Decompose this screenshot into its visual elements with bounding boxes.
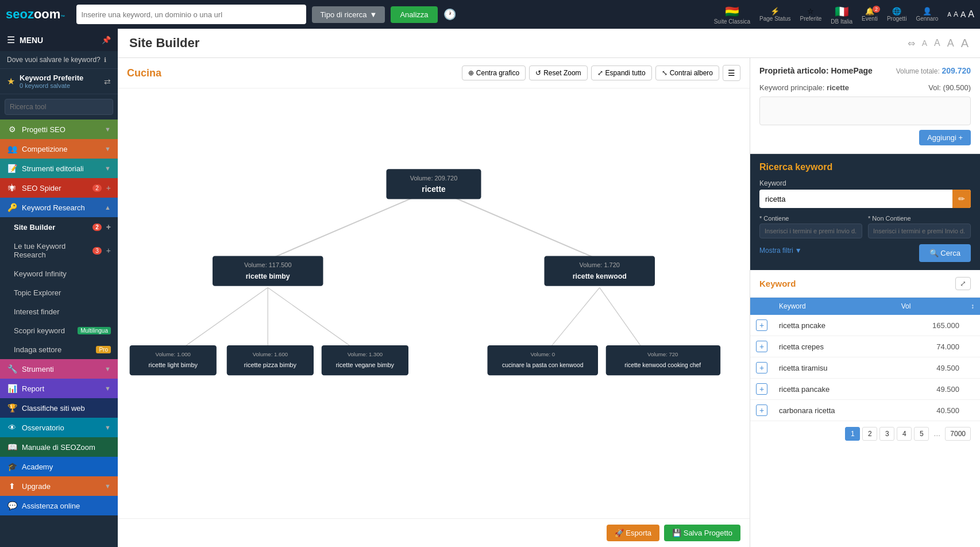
font-size-small[interactable]: A (947, 11, 951, 18)
eventi-icon[interactable]: 🔔 2 Eventi (862, 7, 878, 22)
contrai-albero-button[interactable]: ⤡ Contrai albero (655, 66, 719, 80)
page-2-button[interactable]: 2 (862, 427, 877, 441)
keyword-preferite-section[interactable]: ★ Keyword Preferite 0 keyword salvate ⇄ (0, 69, 118, 94)
salva-progetto-button[interactable]: 💾 Salva Progetto (664, 525, 740, 541)
add-keyword-button[interactable]: + (756, 319, 767, 331)
sidebar-item-progetti-seo[interactable]: ⚙ Progetti SEO ▼ (0, 120, 118, 139)
sidebar-item-manuale[interactable]: 📖 Manuale di SEOZoom (0, 437, 118, 457)
pro-badge: Pro (96, 346, 111, 353)
svg-text:ricette kenwood: ricette kenwood (573, 272, 627, 280)
hamburger-icon[interactable]: ☰ (7, 34, 15, 45)
cerca-button[interactable]: 🔍 Cerca (919, 244, 971, 262)
sidebar-item-label: Keyword Infinity (14, 269, 111, 278)
sidebar-item-classifiche[interactable]: 🏆 Classifiche siti web (0, 398, 118, 418)
sidebar-item-academy[interactable]: 🎓 Academy (0, 457, 118, 476)
sidebar-item-label: Progetti SEO (22, 125, 100, 134)
sidebar-item-competizione[interactable]: 👥 Competizione ▼ (0, 139, 118, 159)
search-tool[interactable] (5, 99, 113, 115)
sidebar-item-label: Osservatorio (22, 423, 100, 432)
chevron-down-icon: ▼ (105, 385, 111, 392)
sidebar-item-site-builder[interactable]: Site Builder 2 + (0, 217, 118, 237)
espandi-tutto-button[interactable]: ⤢ Espandi tutto (591, 66, 652, 80)
sidebar-item-strumenti[interactable]: 🔧 Strumenti ▼ (0, 359, 118, 379)
sidebar-item-interest-finder[interactable]: Interest finder (0, 302, 118, 321)
font-size-large[interactable]: A (960, 10, 966, 19)
analizza-button[interactable]: Analizza (391, 6, 437, 23)
contiene-input[interactable] (759, 224, 862, 238)
user-icon[interactable]: 👤 Gennaro (916, 7, 938, 22)
graph-canvas[interactable]: Volume: 209.720 ricette Volume: 117.500 … (118, 88, 750, 518)
page-status-icon[interactable]: ⚡ Page Status (759, 7, 790, 22)
page-4-button[interactable]: 4 (897, 427, 912, 441)
resize-icon[interactable]: ⇔ (908, 38, 915, 49)
le-tue-kw-badge: 3 (92, 247, 102, 255)
font-size-medium[interactable]: A (954, 10, 958, 18)
svg-rect-10 (213, 256, 323, 286)
sidebar-item-osservatorio[interactable]: 👁 Osservatorio ▼ (0, 418, 118, 437)
table-row: + carbonara ricetta 40.500 (750, 400, 980, 421)
page-3-button[interactable]: 3 (879, 427, 894, 441)
sidebar-item-strumenti-editoriali[interactable]: 📝 Strumenti editoriali ▼ (0, 159, 118, 178)
non-contiene-input[interactable] (868, 224, 971, 238)
preferite-icon[interactable]: ☆ Preferite (800, 7, 822, 22)
font-a3-icon[interactable]: A (947, 37, 954, 49)
col-sort-header[interactable]: ↕ (965, 298, 980, 315)
search-input[interactable] (81, 10, 302, 19)
svg-text:ricette bimby: ricette bimby (246, 272, 290, 280)
centra-grafico-label: Centra grafico (476, 69, 519, 77)
add-keyword-button[interactable]: + (756, 362, 767, 373)
sidebar-item-keyword-infinity[interactable]: Keyword Infinity (0, 264, 118, 283)
sidebar-item-le-tue-keyword[interactable]: Le tue Keyword Research 3 + (0, 237, 118, 264)
ricerca-keyword-input[interactable] (759, 191, 952, 207)
page-1-button[interactable]: 1 (845, 427, 860, 441)
add-keyword-button[interactable]: + (756, 405, 767, 416)
logo[interactable]: seozoom™ (6, 7, 65, 22)
db-italia-icon[interactable]: 🇮🇹 DB Italia (831, 5, 852, 25)
font-a-icon[interactable]: A (922, 38, 927, 48)
vol-cell: 165.000 (896, 315, 965, 336)
info-icon[interactable]: ℹ (104, 56, 106, 64)
font-size-xlarge[interactable]: A (968, 9, 974, 20)
page-last-button[interactable]: 7000 (945, 427, 971, 441)
add-keyword-button[interactable]: + (756, 341, 767, 352)
plus-icon[interactable]: + (106, 222, 111, 232)
sidebar: ☰ MENU 📌 Dove vuoi salvare le keyword? ℹ… (0, 29, 118, 547)
search-tool-input[interactable] (10, 103, 108, 111)
logo-seo: seo (6, 7, 28, 21)
history-icon[interactable]: 🕐 (443, 8, 456, 21)
tipo-ricerca-button[interactable]: Tipo di ricerca ▼ (312, 6, 385, 23)
kw-expand-button[interactable]: ⤢ (955, 277, 971, 290)
page-5-button[interactable]: 5 (914, 427, 929, 441)
swap-icon[interactable]: ⇄ (104, 77, 111, 86)
sidebar-item-keyword-research[interactable]: 🔑 Keyword Research ▲ (0, 198, 118, 217)
chevron-down-icon: ▼ (105, 483, 111, 490)
content-header: Site Builder ⇔ A A A A (118, 29, 980, 58)
edit-keyword-button[interactable]: ✏ (952, 190, 971, 208)
graph-menu-button[interactable]: ☰ (723, 65, 740, 81)
mostra-filtri-button[interactable]: Mostra filtri ▼ (759, 246, 802, 255)
sidebar-item-seo-spider[interactable]: 🕷 SEO Spider 2 + (0, 178, 118, 198)
kw-cell: ricetta pancake (773, 379, 896, 400)
sidebar-item-report[interactable]: 📊 Report ▼ (0, 379, 118, 398)
suite-classica-icon[interactable]: 🇧🇴 Suite Classica (714, 5, 750, 25)
pin-icon[interactable]: 📌 (102, 36, 111, 44)
chevron-down-icon: ▼ (105, 145, 111, 152)
aggiungi-button[interactable]: Aggiungi + (919, 130, 971, 145)
search-bar[interactable] (76, 5, 306, 24)
sidebar-item-scopri-keyword[interactable]: Scopri keyword Multilingua (0, 321, 118, 340)
svg-line-6 (600, 288, 647, 355)
progetti-icon[interactable]: 🌐 Progetti (887, 7, 906, 22)
sidebar-item-assistenza[interactable]: 💬 Assistenza online (0, 496, 118, 515)
font-a2-icon[interactable]: A (934, 38, 940, 48)
font-a4-icon[interactable]: A (961, 37, 969, 50)
svg-text:ricette pizza bimby: ricette pizza bimby (244, 361, 297, 368)
esporta-button[interactable]: 🚀 Esporta (607, 525, 659, 541)
sidebar-item-upgrade[interactable]: ⬆ Upgrade ▼ (0, 476, 118, 496)
add-keyword-button[interactable]: + (756, 383, 767, 395)
plus-icon[interactable]: + (106, 246, 111, 255)
sidebar-item-topic-explorer[interactable]: Topic Explorer (0, 283, 118, 302)
sidebar-item-indaga-settore[interactable]: Indaga settore Pro (0, 340, 118, 359)
plus-icon[interactable]: + (106, 183, 111, 192)
centra-grafico-button[interactable]: ⊕ Centra grafico (462, 66, 526, 80)
reset-zoom-button[interactable]: ↺ Reset Zoom (529, 66, 587, 80)
